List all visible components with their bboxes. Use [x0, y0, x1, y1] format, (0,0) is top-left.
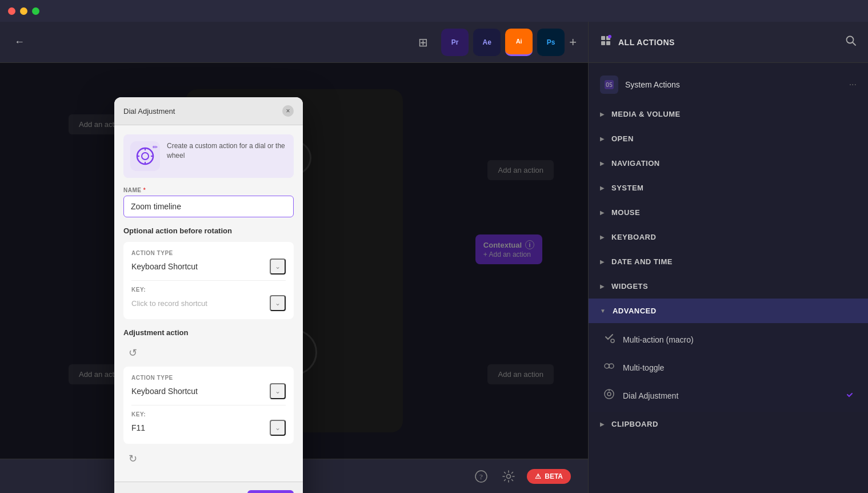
app-icon-photoshop[interactable]: Ps — [537, 29, 565, 56]
optional-action-card: ACTION TYPE Keyboard Shortcut ⌄ KEY: Cli… — [123, 242, 294, 319]
maximize-button[interactable] — [32, 7, 39, 15]
svg-rect-9 — [601, 36, 605, 40]
sidebar-item-system[interactable]: ▶ SYSTEM — [589, 176, 868, 200]
adjustment-action-type-label: ACTION TYPE — [131, 375, 173, 381]
rotation-icon-bottom: ↻ — [123, 450, 142, 468]
adjustment-action-type-chevron[interactable]: ⌄ — [270, 383, 286, 399]
back-button[interactable]: ← — [11, 34, 27, 50]
svg-text:?: ? — [479, 472, 483, 481]
svg-text:OS: OS — [606, 82, 613, 88]
adjustment-section-title: Adjustment action — [123, 328, 294, 337]
dial-adjustment-modal: Dial Adjustment × — [114, 97, 303, 493]
mouse-label: MOUSE — [611, 208, 640, 217]
sidebar-item-keyboard[interactable]: ▶ KEYBOARD — [589, 225, 868, 249]
add-app-button[interactable]: + — [569, 35, 577, 50]
advanced-chevron: ▼ — [600, 308, 606, 314]
advanced-items: Multi-action (macro) Multi-toggle — [589, 323, 868, 412]
canvas-area: ← ⊞ Pr Ae Ai Ps + — [0, 22, 588, 493]
advanced-item-multi-action[interactable]: Multi-action (macro) — [589, 325, 868, 353]
open-chevron: ▶ — [600, 136, 605, 142]
svg-point-20 — [609, 364, 614, 368]
search-button[interactable] — [845, 35, 857, 49]
app-icon-aftereffects[interactable]: Ae — [473, 29, 501, 56]
sidebar-item-open[interactable]: ▶ OPEN — [589, 126, 868, 151]
beta-badge: ⚠ BETA — [527, 469, 571, 484]
modal-header: Dial Adjustment × — [114, 97, 303, 125]
sidebar-item-system-actions[interactable]: OS System Actions ··· — [589, 67, 868, 102]
dial-adjustment-label: Dial Adjustment — [623, 391, 678, 400]
adjustment-key-chevron[interactable]: ⌄ — [270, 420, 286, 436]
optional-key-chevron[interactable]: ⌄ — [270, 295, 286, 311]
media-volume-label: MEDIA & VOLUME — [611, 110, 681, 118]
toolbar: ← ⊞ Pr Ae Ai Ps + — [0, 22, 588, 63]
help-icon: ? — [475, 470, 487, 483]
system-actions-label: System Actions — [625, 80, 680, 89]
multi-action-label: Multi-action (macro) — [623, 335, 694, 344]
svg-point-8 — [507, 474, 511, 478]
settings-button[interactable] — [499, 467, 518, 486]
modal-body[interactable]: ✏ Create a custom action for a dial or t… — [114, 125, 303, 482]
dial-icon-box: ✏ — [130, 141, 160, 171]
advanced-item-multi-toggle[interactable]: Multi-toggle — [589, 353, 868, 381]
svg-rect-12 — [606, 41, 610, 45]
date-time-label: DATE AND TIME — [611, 257, 673, 266]
optional-action-type-label: ACTION TYPE — [131, 250, 173, 256]
adjustment-key-label: KEY: — [131, 411, 286, 418]
svg-rect-11 — [601, 41, 605, 45]
optional-section-title: Optional action before rotation — [123, 226, 294, 235]
mouse-chevron: ▶ — [600, 209, 605, 216]
clipboard-chevron: ▶ — [600, 421, 605, 427]
optional-action-type-chevron[interactable]: ⌄ — [270, 259, 286, 275]
app-icon-premiere[interactable]: Pr — [441, 29, 469, 56]
sidebar-item-mouse[interactable]: ▶ MOUSE — [589, 200, 868, 225]
date-time-chevron: ▶ — [600, 259, 605, 265]
sidebar-item-widgets[interactable]: ▶ WIDGETS — [589, 274, 868, 299]
cancel-button[interactable]: CANCEL — [189, 491, 241, 493]
multi-action-icon — [602, 332, 616, 347]
multi-toggle-label: Multi-toggle — [623, 363, 664, 372]
multi-toggle-icon — [602, 360, 616, 375]
adjustment-action-card: ACTION TYPE Keyboard Shortcut ⌄ KEY: F11 — [123, 367, 294, 444]
close-button[interactable] — [8, 7, 15, 15]
minimize-button[interactable] — [20, 7, 27, 15]
app-list: ⊞ Pr Ae Ai Ps + — [409, 29, 577, 56]
app-icon-illustrator[interactable]: Ai — [505, 29, 533, 56]
svg-point-18 — [611, 339, 614, 343]
widgets-label: WIDGETS — [611, 282, 648, 291]
search-icon — [845, 35, 857, 46]
save-button[interactable]: SAVE — [247, 490, 294, 493]
sidebar-item-advanced[interactable]: ▼ ADVANCED — [589, 299, 868, 323]
system-actions-more-icon[interactable]: ··· — [849, 79, 857, 90]
keyboard-label: KEYBOARD — [611, 233, 656, 241]
app-icon-grid[interactable]: ⊞ — [409, 29, 437, 56]
svg-point-23 — [607, 392, 611, 396]
svg-line-15 — [853, 42, 855, 45]
modal-overlay: Dial Adjustment × — [0, 63, 588, 459]
sidebar-item-clipboard[interactable]: ▶ CLIPBOARD — [589, 412, 868, 436]
modal-title: Dial Adjustment — [123, 107, 175, 116]
svg-point-19 — [605, 364, 609, 368]
keyboard-chevron: ▶ — [600, 234, 605, 240]
name-input[interactable] — [123, 196, 294, 217]
help-button[interactable]: ? — [472, 467, 490, 486]
name-field-label: NAME * — [123, 187, 294, 193]
navigation-chevron: ▶ — [600, 160, 605, 166]
panel-title: ALL ACTIONS — [618, 38, 675, 47]
panel-sections: OS System Actions ··· ▶ MEDIA & VOLUME ▶… — [589, 63, 868, 493]
adjustment-key-value[interactable]: F11 — [131, 423, 145, 432]
system-actions-icon: OS — [600, 75, 618, 94]
modal-close-button[interactable]: × — [282, 105, 294, 117]
advanced-item-dial-adjustment[interactable]: Dial Adjustment — [589, 381, 868, 409]
panel-grid-icon — [600, 35, 611, 49]
sidebar-item-media-volume[interactable]: ▶ MEDIA & VOLUME — [589, 102, 868, 126]
sidebar-item-navigation[interactable]: ▶ NAVIGATION — [589, 151, 868, 176]
widgets-chevron: ▶ — [600, 283, 605, 289]
modal-description: Create a custom action for a dial or the… — [167, 141, 287, 161]
dial-description-area: ✏ Create a custom action for a dial or t… — [123, 134, 294, 178]
sidebar-item-date-time[interactable]: ▶ DATE AND TIME — [589, 249, 868, 274]
rotation-icon-top: ↺ — [123, 344, 142, 362]
modal-footer: CANCEL SAVE — [114, 482, 303, 493]
pencil-icon: ✏ — [153, 144, 158, 151]
canvas: Add an action Add an action Add an actio… — [0, 63, 588, 459]
optional-key-placeholder[interactable]: Click to record shortcut — [131, 299, 207, 308]
